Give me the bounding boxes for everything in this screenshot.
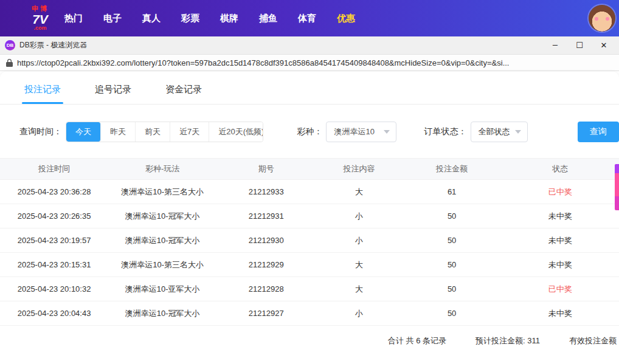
table-row[interactable]: 2025-04-23 20:36:28 澳洲幸运10-第三名大小 2121293… (0, 180, 619, 204)
summary-bar: 合计 共 6 条记录 预计投注金额: 311 有效投注金额 (0, 326, 619, 346)
app-window: 申博 7V .com 热门 电子 真人 彩票 棋牌 捕鱼 体育 优惠 DB DB… (0, 0, 619, 364)
nav-item-fishing[interactable]: 捕鱼 (259, 13, 277, 24)
bet-content-cell: 小 (316, 235, 403, 246)
chevron-down-icon (384, 130, 390, 134)
nav-item-lottery[interactable]: 彩票 (181, 13, 199, 24)
address-bar[interactable]: https://ctop02pcali.2kbxi392.com/lottery… (0, 55, 619, 71)
order-status-select[interactable]: 全部状态 (471, 122, 528, 142)
bet-content-cell: 大 (316, 284, 403, 295)
summary-expected: 预计投注金额: 311 (475, 335, 540, 346)
chevron-down-icon (515, 130, 521, 134)
status-cell: 未中奖 (502, 211, 619, 222)
header-play-type: 彩种-玩法 (108, 163, 216, 174)
play-type-cell: 澳洲幸运10-第三名大小 (108, 187, 216, 197)
minimize-icon[interactable]: ─ (545, 38, 565, 53)
period-cell: 21212930 (216, 236, 316, 245)
play-type-cell: 澳洲幸运10-第三名大小 (108, 259, 216, 270)
bet-amount-cell: 61 (403, 187, 502, 196)
brand-logo[interactable]: 申博 7V .com (32, 5, 49, 31)
summary-valid: 有效投注金额 (569, 335, 617, 346)
table-header-row: 投注时间 彩种-玩法 期号 投注内容 投注金额 状态 (0, 158, 619, 180)
brand-logo-com: .com (33, 26, 46, 31)
maximize-icon[interactable]: ☐ (569, 38, 590, 53)
bet-time-cell: 2025-04-23 20:36:28 (0, 187, 108, 196)
period-cell: 21212929 (216, 260, 316, 269)
time-filter-group: 今天 昨天 前天 近7天 近20天(低频) (66, 122, 263, 142)
nav-menu: 热门 电子 真人 彩票 棋牌 捕鱼 体育 优惠 (64, 13, 355, 24)
period-cell: 21212927 (216, 309, 316, 318)
summary-total: 合计 共 6 条记录 (388, 335, 446, 346)
play-type-cell: 澳洲幸运10-亚军大小 (108, 284, 216, 295)
tab-bet-records[interactable]: 投注记录 (24, 84, 61, 104)
content-panel: 投注记录 追号记录 资金记录 查询时间： 今天 昨天 前天 近7天 近20天(低… (0, 72, 619, 364)
tab-bar: 投注记录 追号记录 资金记录 (0, 72, 619, 105)
search-button[interactable]: 查询 (578, 122, 619, 142)
tab-chase-records[interactable]: 追号记录 (95, 84, 131, 104)
table-row[interactable]: 2025-04-23 20:15:31 澳洲幸运10-第三名大小 2121292… (0, 253, 619, 277)
nav-item-live[interactable]: 真人 (142, 13, 161, 24)
order-status-value: 全部状态 (479, 126, 510, 137)
bet-amount-cell: 50 (403, 236, 502, 245)
close-icon[interactable]: ✕ (593, 38, 614, 53)
status-cell: 未中奖 (502, 308, 619, 319)
header-bet-amount: 投注金额 (403, 163, 502, 174)
nav-item-cards[interactable]: 棋牌 (220, 13, 238, 24)
nav-item-hot[interactable]: 热门 (64, 13, 83, 24)
header-period: 期号 (216, 163, 316, 174)
lottery-filter-label: 彩种： (297, 126, 322, 137)
bet-content-cell: 大 (316, 187, 403, 197)
bet-amount-cell: 50 (403, 309, 502, 318)
header-status: 状态 (502, 163, 619, 174)
status-cell: 未中奖 (502, 235, 619, 246)
bet-content-cell: 大 (316, 259, 403, 270)
period-cell: 21212931 (216, 211, 316, 221)
time-filter-label: 查询时间： (19, 126, 62, 137)
lock-icon (6, 59, 13, 67)
table-row[interactable]: 2025-04-23 20:10:32 澳洲幸运10-亚军大小 21212928… (0, 277, 619, 301)
table-row[interactable]: 2025-04-23 20:04:43 澳洲幸运10-冠军大小 21212927… (0, 301, 619, 326)
bet-amount-cell: 50 (403, 211, 502, 221)
header-bet-content: 投注内容 (316, 163, 403, 174)
nav-item-sports[interactable]: 体育 (298, 13, 316, 24)
tab-fund-records[interactable]: 资金记录 (165, 84, 202, 104)
brand-logo-cn: 申博 (32, 5, 49, 12)
table-body: 2025-04-23 20:36:28 澳洲幸运10-第三名大小 2121293… (0, 180, 619, 326)
bet-time-cell: 2025-04-23 20:26:35 (0, 211, 108, 221)
period-cell: 21212933 (216, 187, 316, 196)
play-type-cell: 澳洲幸运10-冠军大小 (108, 235, 216, 246)
top-nav: 申博 7V .com 热门 电子 真人 彩票 棋牌 捕鱼 体育 优惠 (0, 0, 619, 36)
play-type-cell: 澳洲幸运10-冠军大小 (108, 211, 216, 222)
bet-time-cell: 2025-04-23 20:10:32 (0, 284, 108, 294)
time-option-daybefore[interactable]: 前天 (136, 122, 170, 142)
status-cell: 未中奖 (502, 259, 619, 270)
table-row[interactable]: 2025-04-23 20:19:57 澳洲幸运10-冠军大小 21212930… (0, 228, 619, 253)
time-option-20days[interactable]: 近20天(低频) (209, 122, 263, 142)
filter-bar: 查询时间： 今天 昨天 前天 近7天 近20天(低频) 彩种： 澳洲幸运10 订… (19, 122, 619, 142)
lottery-select[interactable]: 澳洲幸运10 (326, 122, 396, 142)
period-cell: 21212928 (216, 284, 316, 294)
bet-amount-cell: 50 (403, 284, 502, 294)
play-type-cell: 澳洲幸运10-冠军大小 (108, 308, 216, 319)
status-cell: 已中奖 (502, 187, 619, 197)
bet-records-table: 投注时间 彩种-玩法 期号 投注内容 投注金额 状态 2025-04-23 20… (0, 158, 619, 326)
time-option-today[interactable]: 今天 (66, 122, 101, 142)
avatar[interactable] (589, 5, 615, 32)
status-filter-label: 订单状态： (424, 126, 467, 137)
lottery-select-value: 澳洲幸运10 (334, 126, 374, 137)
status-cell: 已中奖 (502, 284, 619, 295)
bet-amount-cell: 50 (403, 260, 502, 269)
time-option-yesterday[interactable]: 昨天 (101, 122, 136, 142)
side-widget-sliver (615, 164, 619, 210)
nav-item-promo[interactable]: 优惠 (337, 13, 355, 24)
bet-time-cell: 2025-04-23 20:15:31 (0, 260, 108, 269)
bet-time-cell: 2025-04-23 20:04:43 (0, 309, 108, 318)
browser-favicon-icon: DB (5, 40, 15, 50)
url-text[interactable]: https://ctop02pcali.2kbxi392.com/lottery… (17, 58, 509, 67)
nav-item-slots[interactable]: 电子 (103, 13, 122, 24)
time-option-7days[interactable]: 近7天 (170, 122, 209, 142)
browser-titlebar: DB DB彩票 - 极速浏览器 ─ ☐ ✕ (0, 36, 619, 55)
bet-time-cell: 2025-04-23 20:19:57 (0, 236, 108, 245)
table-row[interactable]: 2025-04-23 20:26:35 澳洲幸运10-冠军大小 21212931… (0, 204, 619, 228)
bet-content-cell: 小 (316, 308, 403, 319)
header-bet-time: 投注时间 (0, 163, 108, 174)
